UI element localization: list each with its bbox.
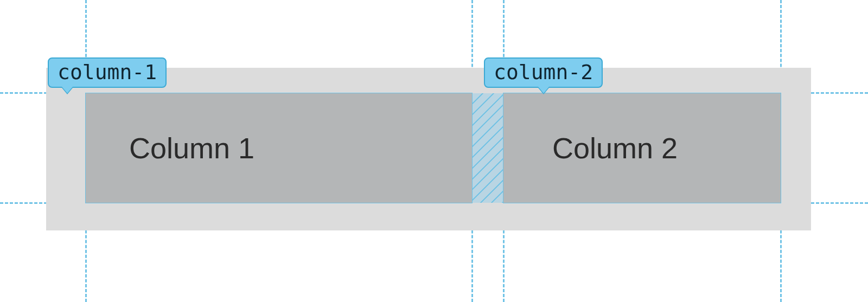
grid-track-area: Column 1 Column 2 bbox=[86, 93, 781, 203]
grid-column-2-label: Column 2 bbox=[552, 131, 678, 165]
grid-column-1-label: Column 1 bbox=[129, 131, 254, 165]
grid-column-2: Column 2 bbox=[503, 93, 781, 203]
grid-line-tag-column-2: column-2 bbox=[484, 57, 603, 88]
grid-line-tag-column-1: column-1 bbox=[48, 57, 167, 88]
grid-column-gap bbox=[472, 93, 503, 203]
grid-column-1: Column 1 bbox=[86, 93, 472, 203]
